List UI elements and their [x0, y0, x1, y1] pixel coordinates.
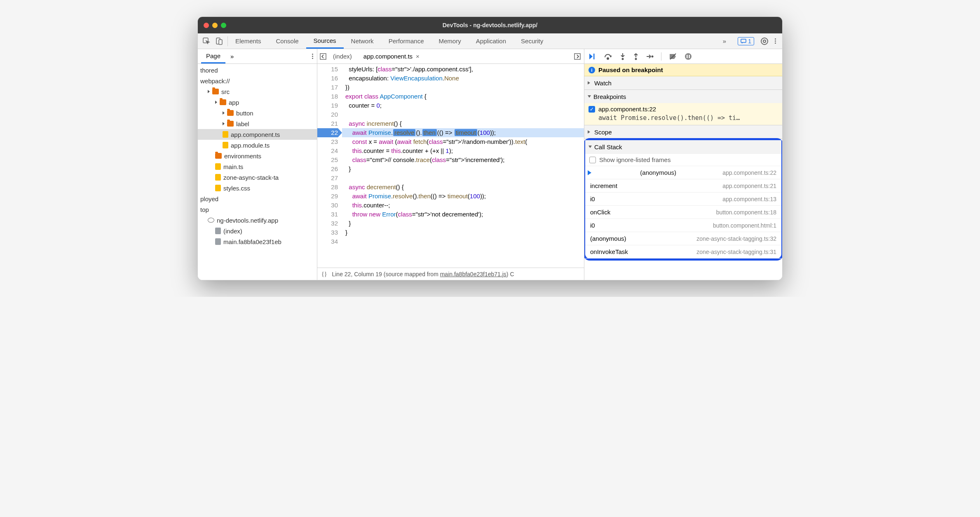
line-gutter[interactable]: 1516171819202122232425262728293031323334	[317, 64, 342, 268]
tree-item[interactable]: app.module.ts	[198, 140, 317, 150]
tree-item[interactable]: app	[198, 97, 317, 108]
callstack-highlight-box: Call Stack Show ignore-listed frames (an…	[584, 138, 782, 261]
navigator-panel: Page » thoredwebpack://srcappbuttonlabel…	[198, 49, 317, 280]
callstack-frame[interactable]: (anonymous)app.component.ts:22	[585, 166, 781, 179]
close-tab-icon[interactable]: ×	[416, 53, 420, 60]
debugger-panel: i Paused on breakpoint Watch Breakpoints…	[584, 49, 782, 280]
tree-item[interactable]: top	[198, 204, 317, 215]
caret-icon	[223, 122, 225, 125]
tab-performance[interactable]: Performance	[381, 33, 431, 49]
tree-item[interactable]: button	[198, 108, 317, 118]
tree-item[interactable]: (index)	[198, 226, 317, 236]
panel-tabs: ElementsConsoleSourcesNetworkPerformance…	[228, 33, 717, 49]
pause-exceptions-icon[interactable]	[685, 53, 692, 60]
caret-icon	[215, 101, 217, 104]
inspect-icon[interactable]	[203, 38, 210, 45]
file-icon	[215, 163, 221, 170]
tree-item[interactable]: webpack://	[198, 75, 317, 86]
tree-item[interactable]: ng-devtools.netlify.app	[198, 215, 317, 226]
deactivate-breakpoints-icon[interactable]	[669, 53, 677, 60]
callstack-frame[interactable]: onClickbutton.component.ts:18	[585, 206, 781, 219]
tree-item[interactable]: zone-async-stack-ta	[198, 172, 317, 183]
tree-item[interactable]: main.ts	[198, 161, 317, 172]
tree-item[interactable]: thored	[198, 65, 317, 75]
tree-item[interactable]: ployed	[198, 193, 317, 204]
step-into-icon[interactable]	[620, 53, 626, 60]
svg-point-11	[685, 53, 692, 60]
tab-sources[interactable]: Sources	[306, 33, 344, 49]
navigator-overflow[interactable]: »	[225, 49, 239, 63]
svg-rect-4	[320, 54, 326, 59]
callstack-frame[interactable]: incrementapp.component.ts:21	[585, 179, 781, 193]
scope-section[interactable]: Scope	[584, 125, 782, 139]
step-over-icon[interactable]	[604, 53, 612, 60]
step-icon[interactable]	[646, 53, 654, 60]
navigator-more-icon[interactable]	[312, 54, 314, 59]
more-icon[interactable]	[775, 38, 776, 44]
callstack-frame[interactable]: i0button.component.html:1	[585, 219, 781, 232]
tabs-overflow-button[interactable]: »	[717, 38, 732, 45]
show-ignore-checkbox[interactable]	[589, 157, 596, 163]
tab-security[interactable]: Security	[513, 33, 551, 49]
tree-item[interactable]: app.component.ts	[198, 129, 317, 140]
cloud-icon	[208, 218, 214, 223]
folder-icon	[227, 110, 234, 116]
breakpoint-item[interactable]: ✓app.component.ts:22 await Promise.resol…	[584, 103, 782, 125]
editor-tab[interactable]: (index)	[327, 49, 358, 63]
message-icon	[741, 39, 746, 44]
breakpoints-section: Breakpoints ✓app.component.ts:22 await P…	[584, 90, 782, 125]
cursor-position: Line 22, Column 19 (source mapped from m…	[332, 271, 514, 277]
file-tree[interactable]: thoredwebpack://srcappbuttonlabelapp.com…	[198, 64, 317, 280]
nav-back-icon[interactable]	[320, 53, 327, 60]
editor-tab[interactable]: app.component.ts×	[358, 49, 425, 63]
svg-rect-2	[219, 40, 222, 45]
breakpoints-header[interactable]: Breakpoints	[584, 90, 782, 103]
callstack-frame[interactable]: onInvokeTaskzone-async-stack-tagging.ts:…	[585, 245, 781, 258]
main-toolbar: ElementsConsoleSourcesNetworkPerformance…	[198, 33, 782, 49]
svg-point-8	[622, 58, 624, 60]
sourcemap-link[interactable]: main.fa8bfa0e23f1eb71.js	[440, 271, 506, 277]
tab-console[interactable]: Console	[269, 33, 306, 49]
tree-item[interactable]: styles.css	[198, 183, 317, 193]
nav-forward-icon[interactable]	[574, 53, 581, 60]
code-body[interactable]: styleUrls: [class="str">'./app.component…	[342, 64, 584, 268]
breakpoint-code: await Promise.resolve().then(() => ti…	[588, 114, 778, 122]
show-ignore-listed[interactable]: Show ignore-listed frames	[585, 154, 781, 166]
file-icon	[215, 228, 221, 234]
pretty-print-icon[interactable]: {}	[321, 271, 327, 277]
file-icon	[215, 238, 221, 245]
info-icon: i	[588, 67, 595, 73]
step-out-icon[interactable]	[633, 53, 639, 60]
editor-status-bar: {} Line 22, Column 19 (source mapped fro…	[317, 268, 584, 280]
device-toggle-icon[interactable]	[216, 38, 223, 45]
caret-icon	[223, 111, 225, 115]
svg-point-10	[652, 55, 654, 57]
watch-section[interactable]: Watch	[584, 76, 782, 90]
breakpoint-checkbox[interactable]: ✓	[588, 106, 595, 113]
callstack-frame[interactable]: i0app.component.ts:13	[585, 193, 781, 206]
callstack-header[interactable]: Call Stack	[585, 140, 781, 153]
navigator-tabs: Page »	[198, 49, 317, 64]
tab-application[interactable]: Application	[469, 33, 513, 49]
tree-item[interactable]: main.fa8bfa0e23f1eb	[198, 236, 317, 247]
settings-icon[interactable]	[761, 38, 768, 45]
tab-memory[interactable]: Memory	[431, 33, 469, 49]
devtools-window: DevTools - ng-devtools.netlify.app/ Elem…	[197, 16, 783, 280]
svg-rect-13	[689, 55, 690, 58]
messages-badge[interactable]: 1	[738, 37, 754, 45]
resume-icon[interactable]	[588, 53, 597, 60]
code-editor[interactable]: 1516171819202122232425262728293031323334…	[317, 64, 584, 268]
editor-panel: (index)app.component.ts× 151617181920212…	[317, 49, 584, 280]
tree-item[interactable]: label	[198, 118, 317, 129]
navigator-tab-page[interactable]: Page	[201, 49, 225, 63]
tree-item[interactable]: environments	[198, 150, 317, 161]
folder-icon	[212, 89, 219, 94]
tab-network[interactable]: Network	[344, 33, 381, 49]
file-icon	[223, 142, 228, 148]
tab-elements[interactable]: Elements	[228, 33, 269, 49]
callstack-frame[interactable]: (anonymous)zone-async-stack-tagging.ts:3…	[585, 232, 781, 245]
file-icon	[215, 185, 221, 191]
tree-item[interactable]: src	[198, 86, 317, 97]
caret-icon	[208, 90, 210, 93]
file-icon	[215, 174, 221, 181]
